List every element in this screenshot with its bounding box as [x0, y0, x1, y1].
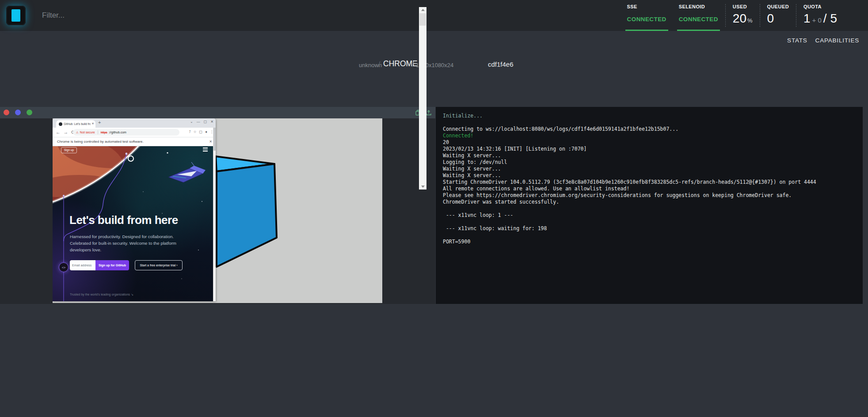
url-scheme: https: [101, 131, 107, 134]
browser-tab[interactable]: GitHub: Let's build from he ✕: [56, 120, 95, 128]
browser-toolbar: ← → ⟳ ⚠ Not secure https ://github.com ⤴…: [53, 128, 216, 137]
log-scrollbar-thumb[interactable]: [419, 13, 426, 26]
hero-subtitle: Harnessed for productivity. Designed for…: [70, 233, 176, 253]
signup-for-github-button[interactable]: Sign up for GitHub: [95, 260, 129, 270]
filter-input[interactable]: [42, 8, 272, 23]
log-line: Waiting X server...: [443, 172, 845, 179]
enterprise-trial-button[interactable]: Start a free enterprise trial ›: [135, 260, 183, 270]
header: SSE CONNECTED SELENOID CONNECTED USED 20…: [0, 0, 868, 31]
logo-mark: [11, 9, 20, 22]
spaceship-icon: [168, 162, 206, 182]
sse-status: CONNECTED: [627, 16, 666, 23]
quota-pending: + 0: [812, 16, 822, 24]
stat-selenoid: SELENOID CONNECTED: [673, 0, 724, 31]
url-divider: [98, 130, 98, 134]
share-icon[interactable]: ⤴: [189, 130, 190, 134]
hero-heading: Let's build from here: [69, 213, 202, 227]
queued-value: 0: [767, 11, 774, 26]
quota-label: QUOTA: [803, 4, 822, 9]
trusted-by-text: Trusted by the world's leading organizat…: [70, 293, 133, 296]
address-bar[interactable]: ⚠ Not secure https ://github.com: [73, 129, 179, 136]
view-tabs: STATS CAPABILITIES: [787, 37, 859, 44]
traffic-light-blue-icon: [15, 110, 21, 115]
github-signup-small-button[interactable]: Sign up: [61, 147, 77, 153]
vnc-titlebar: [0, 107, 435, 118]
back-icon[interactable]: ←: [56, 129, 61, 135]
log-line: Waiting X server...: [443, 166, 845, 172]
selenoid-ui-logo[interactable]: [6, 6, 26, 25]
session-row[interactable]: unknown / CHROME / 1920x1080x24 cdf1f4e6: [0, 59, 868, 71]
upload-icon[interactable]: [426, 110, 432, 116]
vnc-panel: GitHub: Let's build from he ✕ + ⌄ — ▢ ✕ …: [0, 107, 435, 304]
reading-list-icon[interactable]: ▢: [199, 130, 203, 134]
stats-divider: [760, 4, 760, 27]
log-line: Waiting X server...: [443, 152, 845, 159]
used-value: 20%: [733, 11, 753, 26]
close-icon[interactable]: ✕: [210, 120, 213, 124]
log-line: Starting ChromeDriver 104.0.5112.79 (3cf…: [443, 179, 845, 186]
github-hero-page: Sign up Let's build from here Harnessed …: [53, 146, 213, 301]
log-line: [443, 219, 845, 225]
scroll-down-icon[interactable]: [419, 183, 426, 190]
stat-queued: QUEUED 0: [761, 0, 795, 31]
log-line: [443, 119, 845, 126]
log-line: Initialize...: [443, 113, 845, 119]
used-label: USED: [733, 4, 747, 9]
tab-search-icon[interactable]: ⌄: [190, 120, 193, 124]
blue-cube: [216, 155, 278, 269]
scroll-up-icon[interactable]: [419, 7, 426, 13]
tab-title: GitHub: Let's build from he: [64, 122, 91, 125]
github-logo-icon: [128, 155, 134, 162]
browser-scrollbar-thumb[interactable]: [213, 128, 216, 151]
tab-strip: GitHub: Let's build from he ✕ + ⌄ — ▢ ✕: [53, 118, 216, 128]
tab-capabilities[interactable]: CAPABILITIES: [815, 37, 859, 44]
new-tab-button[interactable]: +: [98, 120, 101, 125]
session-separator: /: [378, 61, 380, 68]
log-line: Logging to: /dev/null: [443, 159, 845, 166]
log-line: ChromeDriver was started successfully.: [443, 199, 845, 205]
log-line: --- x11vnc loop: waiting for: 198: [443, 225, 845, 232]
url-host: ://github.com: [109, 131, 126, 134]
forward-icon[interactable]: →: [64, 129, 69, 135]
log-lines: Initialize... Connecting to ws://localho…: [443, 113, 845, 245]
traffic-light-green-icon: [27, 110, 32, 115]
log-line: PORT=5900: [443, 239, 845, 245]
hamburger-menu-icon[interactable]: [203, 148, 208, 152]
used-unit: %: [747, 17, 753, 24]
quota-value: 1+ 0/ 5: [803, 11, 837, 26]
session-log-panel: Initialize... Connecting to ws://localho…: [436, 107, 863, 304]
infobar-close-icon[interactable]: ✕: [209, 140, 212, 144]
sse-label: SSE: [627, 4, 637, 9]
log-line: Connected!: [443, 133, 845, 139]
chrome-window: GitHub: Let's build from he ✕ + ⌄ — ▢ ✕ …: [53, 118, 216, 301]
header-stats: SSE CONNECTED SELENOID CONNECTED USED 20…: [621, 0, 868, 31]
stats-divider: [725, 4, 726, 27]
browser-scrollbar[interactable]: [213, 128, 216, 301]
warning-icon: ⚠: [76, 131, 79, 134]
log-line: Connecting to ws://localhost:8080/ws/log…: [443, 126, 845, 133]
stats-divider: [796, 4, 796, 27]
not-secure-label: Not secure: [80, 131, 95, 134]
tab-close-icon[interactable]: ✕: [91, 122, 94, 125]
vnc-screen[interactable]: GitHub: Let's build from he ✕ + ⌄ — ▢ ✕ …: [53, 118, 382, 303]
log-scrollbar[interactable]: [419, 7, 426, 190]
automation-infobar: Chrome is being controlled by automated …: [53, 137, 216, 146]
selenoid-label: SELENOID: [679, 4, 705, 9]
log-line: 20: [443, 139, 845, 146]
log-line: --- x11vnc loop: 1 ---: [443, 212, 845, 219]
queued-label: QUEUED: [767, 4, 789, 9]
minimize-icon[interactable]: —: [197, 120, 200, 124]
log-line: [443, 205, 845, 212]
log-line: Please see https://chromedriver.chromium…: [443, 192, 845, 199]
tab-stats[interactable]: STATS: [787, 37, 807, 44]
log-line: All remote connections are allowed. Use …: [443, 186, 845, 192]
selenoid-status: CONNECTED: [679, 16, 718, 23]
github-favicon-icon: [59, 122, 62, 126]
session-id[interactable]: cdf1f4e6: [488, 61, 514, 68]
email-field[interactable]: [70, 260, 95, 270]
stat-sse: SSE CONNECTED: [621, 0, 673, 31]
session-separator: /: [412, 61, 414, 68]
maximize-icon[interactable]: ▢: [204, 120, 207, 124]
profile-avatar-icon[interactable]: ●: [205, 130, 207, 134]
bookmark-star-icon[interactable]: ☆: [193, 130, 196, 134]
